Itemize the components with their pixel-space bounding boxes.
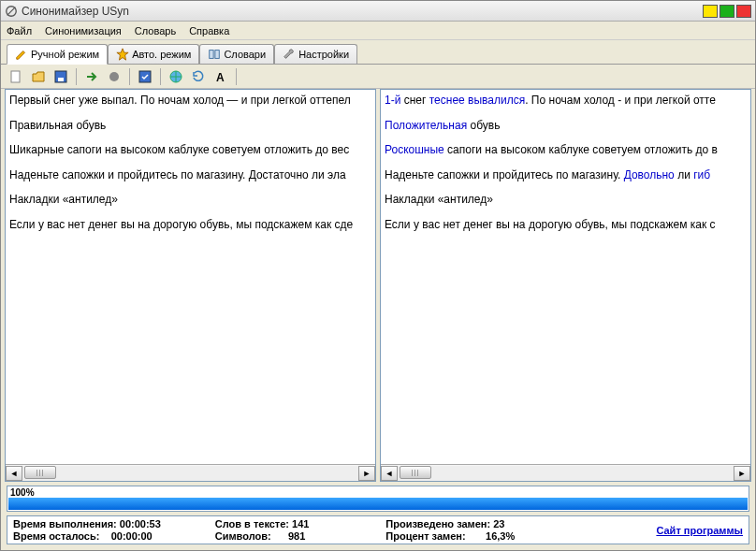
scroll-thumb[interactable]: ||| — [24, 466, 56, 479]
toolbar: A — [1, 65, 755, 89]
svg-point-8 — [109, 72, 119, 81]
workarea: Первый снег уже выпал. По ночам холод — … — [1, 89, 755, 484]
tab-settings[interactable]: Настройки — [274, 44, 357, 64]
run-button[interactable] — [82, 67, 101, 86]
status-replacements: Произведено замен: 23 — [385, 518, 588, 529]
tab-auto[interactable]: Авто. режим — [108, 44, 199, 64]
tabbar: Ручной режим Авто. режим Словари Настрой… — [1, 40, 755, 65]
progress-wrap: 100% — [7, 486, 749, 512]
globe-button[interactable] — [167, 67, 185, 86]
svg-rect-3 — [210, 51, 213, 59]
svg-line-1 — [7, 7, 16, 15]
scroll-left-button[interactable]: ◄ — [6, 466, 22, 481]
svg-text:A: A — [216, 71, 225, 84]
menu-syn[interactable]: Синонимизация — [45, 25, 122, 36]
app-icon — [5, 5, 18, 18]
new-button[interactable] — [7, 67, 25, 86]
open-button[interactable] — [29, 67, 48, 86]
window-title: Синонимайзер USyn — [22, 5, 703, 18]
toolbar-separator — [236, 68, 237, 85]
toolbar-separator — [129, 68, 130, 85]
tab-manual[interactable]: Ручной режим — [7, 44, 108, 65]
scroll-right-button[interactable]: ► — [358, 466, 375, 481]
svg-rect-5 — [11, 71, 20, 82]
tab-auto-label: Авто. режим — [132, 49, 191, 60]
menu-file[interactable]: Файл — [7, 25, 32, 36]
result-para: Роскошные сапоги на высоком каблуке сове… — [385, 141, 747, 159]
menubar: Файл Синонимизация Словарь Справка — [1, 22, 755, 40]
stop-button[interactable] — [105, 67, 124, 86]
status-words: Слов в тексте: 141 — [215, 518, 386, 529]
save-button[interactable] — [51, 67, 70, 86]
source-pane: Первый снег уже выпал. По ночам холод — … — [5, 89, 376, 482]
result-pane: 1-й снег теснее вывалился. По ночам холо… — [380, 89, 751, 482]
synonym[interactable]: Роскошные — [385, 143, 444, 156]
scroll-thumb[interactable]: ||| — [400, 466, 431, 479]
star-icon — [116, 48, 129, 61]
result-para: Положительная обувь — [385, 117, 747, 135]
status-percent: Процент замен: 16,3% — [385, 530, 588, 542]
toolbar-separator — [160, 68, 161, 85]
scroll-right-button[interactable]: ► — [734, 466, 750, 481]
synonym[interactable]: гиб — [693, 168, 710, 181]
synonym[interactable]: 1-й — [385, 94, 400, 107]
result-para: Если у вас нет денег вы на дорогую обувь… — [385, 216, 747, 234]
result-hscroll[interactable]: ◄ ||| ► — [381, 464, 750, 481]
wrench-icon — [283, 48, 296, 61]
progress-label: 100% — [8, 487, 748, 498]
source-text[interactable]: Первый снег уже выпал. По ночам холод — … — [6, 90, 375, 464]
svg-rect-7 — [58, 78, 64, 81]
source-para: Шикарные сапоги на высоком каблуке совет… — [9, 141, 371, 159]
progress-area: 100% — [1, 484, 755, 515]
source-para: Первый снег уже выпал. По ночам холод — … — [9, 92, 371, 109]
status-remain: Время осталось: 00:00:00 — [13, 530, 215, 542]
source-para: Если у вас нет денег вы на дорогую обувь… — [9, 216, 371, 234]
scroll-track[interactable]: ||| — [398, 466, 734, 481]
menu-help[interactable]: Справка — [189, 25, 229, 36]
synonym[interactable]: Довольно — [624, 168, 675, 181]
book-icon — [208, 48, 221, 61]
site-link[interactable]: Сайт программы — [588, 525, 743, 536]
tab-settings-label: Настройки — [298, 49, 349, 60]
window-buttons — [703, 5, 751, 18]
status-runtime: Время выполнения: 00:00:53 — [13, 518, 215, 529]
minimize-button[interactable] — [703, 5, 718, 18]
font-button[interactable]: A — [211, 67, 230, 86]
close-button[interactable] — [736, 5, 751, 18]
svg-marker-2 — [117, 49, 128, 60]
app-window: Синонимайзер USyn Файл Синонимизация Сло… — [0, 0, 756, 551]
synonym[interactable]: Положительная — [385, 119, 467, 132]
progress-bar — [8, 498, 748, 510]
tab-dicts[interactable]: Словари — [199, 44, 274, 64]
result-text[interactable]: 1-й снег теснее вывалился. По ночам холо… — [381, 90, 750, 464]
pencil-icon — [15, 48, 28, 61]
result-para: 1-й снег теснее вывалился. По ночам холо… — [385, 92, 747, 109]
result-para: Наденьте сапожки и пройдитесь по магазин… — [385, 167, 747, 184]
scroll-track[interactable]: ||| — [22, 466, 358, 481]
toolbar-separator — [76, 68, 77, 85]
source-para: Правильная обувь — [9, 117, 371, 135]
refresh-button[interactable] — [189, 67, 208, 86]
tab-manual-label: Ручной режим — [31, 49, 99, 60]
source-para: Накладки «антилед» — [9, 191, 371, 209]
titlebar: Синонимайзер USyn — [1, 1, 755, 22]
source-hscroll[interactable]: ◄ ||| ► — [6, 464, 375, 481]
synonym[interactable]: теснее вывалился — [429, 94, 525, 107]
maximize-button[interactable] — [720, 5, 734, 18]
scroll-left-button[interactable]: ◄ — [381, 466, 398, 481]
menu-dict[interactable]: Словарь — [135, 25, 176, 36]
tab-dicts-label: Словари — [224, 49, 266, 60]
save-result-button[interactable] — [136, 67, 154, 86]
result-para: Накладки «антилед» — [385, 191, 747, 209]
svg-rect-4 — [215, 51, 219, 59]
source-para: Наденьте сапожки и пройдитесь по магазин… — [9, 167, 371, 184]
status-chars: Символов: 981 — [215, 530, 386, 542]
status-box: Время выполнения: 00:00:53 Слов в тексте… — [7, 515, 749, 544]
